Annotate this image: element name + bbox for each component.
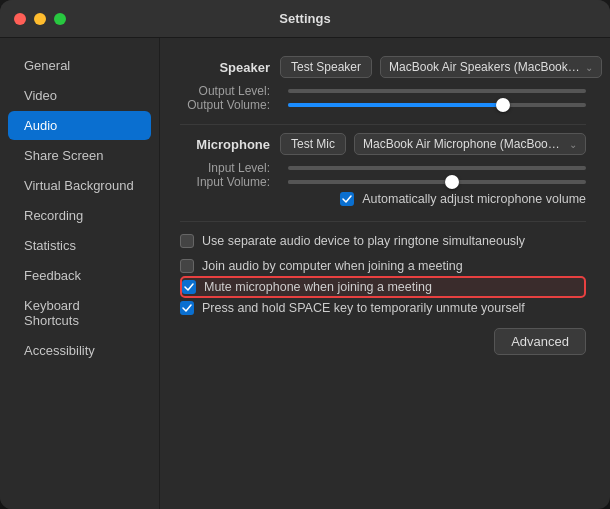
- microphone-controls: Test Mic MacBook Air Microphone (MacBook…: [280, 133, 586, 155]
- press-space-row: Press and hold SPACE key to temporarily …: [180, 301, 586, 315]
- microphone-label: Microphone: [180, 133, 270, 152]
- input-volume-track: [288, 180, 586, 184]
- close-button[interactable]: [14, 13, 26, 25]
- output-level-bar: [288, 89, 586, 93]
- input-volume-thumb[interactable]: [445, 175, 459, 189]
- output-level-label: Output Level:: [180, 84, 270, 98]
- press-space-checkbox[interactable]: [180, 301, 194, 315]
- sidebar-item-audio[interactable]: Audio: [8, 111, 151, 140]
- join-audio-row: Join audio by computer when joining a me…: [180, 259, 586, 273]
- output-volume-slider[interactable]: [288, 103, 586, 107]
- mute-mic-checkbox[interactable]: [182, 280, 196, 294]
- test-mic-button[interactable]: Test Mic: [280, 133, 346, 155]
- window-title: Settings: [279, 11, 330, 26]
- auto-adjust-label: Automatically adjust microphone volume: [362, 192, 586, 206]
- test-speaker-button[interactable]: Test Speaker: [280, 56, 372, 78]
- output-level-row: Output Level:: [180, 84, 586, 98]
- divider-2: [180, 221, 586, 222]
- sidebar-item-video[interactable]: Video: [8, 81, 151, 110]
- full-width-options: Join audio by computer when joining a me…: [180, 256, 586, 318]
- traffic-lights: [14, 13, 66, 25]
- output-level-track: [288, 89, 586, 93]
- microphone-section: Microphone Test Mic MacBook Air Micropho…: [180, 133, 586, 209]
- auto-adjust-row: Automatically adjust microphone volume: [180, 192, 586, 206]
- join-audio-checkbox[interactable]: [180, 259, 194, 273]
- content-area: General Video Audio Share Screen Virtual…: [0, 38, 610, 509]
- maximize-button[interactable]: [54, 13, 66, 25]
- input-volume-label: Input Volume:: [180, 175, 270, 189]
- sidebar-item-feedback[interactable]: Feedback: [8, 261, 151, 290]
- input-volume-row: Input Volume:: [180, 175, 586, 189]
- sidebar-item-statistics[interactable]: Statistics: [8, 231, 151, 260]
- speaker-chevron-icon: ⌄: [585, 62, 593, 73]
- separate-audio-row: Use separate audio device to play ringto…: [180, 234, 586, 248]
- auto-adjust-checkbox[interactable]: [340, 192, 354, 206]
- mute-mic-label: Mute microphone when joining a meeting: [204, 280, 432, 294]
- sidebar-item-general[interactable]: General: [8, 51, 151, 80]
- speaker-device-row-inner: Test Speaker MacBook Air Speakers (MacBo…: [280, 56, 602, 78]
- titlebar: Settings: [0, 0, 610, 38]
- sidebar-item-virtual-background[interactable]: Virtual Background: [8, 171, 151, 200]
- minimize-button[interactable]: [34, 13, 46, 25]
- sidebar: General Video Audio Share Screen Virtual…: [0, 38, 160, 509]
- sidebar-item-recording[interactable]: Recording: [8, 201, 151, 230]
- sidebar-item-share-screen[interactable]: Share Screen: [8, 141, 151, 170]
- sidebar-item-keyboard-shortcuts[interactable]: Keyboard Shortcuts: [8, 291, 151, 335]
- output-volume-fill: [288, 103, 503, 107]
- sidebar-item-accessibility[interactable]: Accessibility: [8, 336, 151, 365]
- mic-device-row-inner: Test Mic MacBook Air Microphone (MacBook…: [280, 133, 586, 155]
- microphone-device-row: Microphone Test Mic MacBook Air Micropho…: [180, 133, 586, 155]
- input-level-track: [288, 166, 586, 170]
- output-volume-track: [288, 103, 586, 107]
- speaker-device-name: MacBook Air Speakers (MacBook Air S...: [389, 60, 581, 74]
- speaker-device-select[interactable]: MacBook Air Speakers (MacBook Air S... ⌄: [380, 56, 602, 78]
- press-space-label: Press and hold SPACE key to temporarily …: [202, 301, 525, 315]
- mute-mic-row: Mute microphone when joining a meeting: [180, 276, 586, 298]
- output-volume-label: Output Volume:: [180, 98, 270, 112]
- main-panel: Speaker Test Speaker MacBook Air Speaker…: [160, 38, 610, 509]
- mic-device-select[interactable]: MacBook Air Microphone (MacBook Air... ⌄: [354, 133, 586, 155]
- mic-device-name: MacBook Air Microphone (MacBook Air...: [363, 137, 565, 151]
- speaker-section: Speaker Test Speaker MacBook Air Speaker…: [180, 56, 586, 112]
- speaker-device-row: Speaker Test Speaker MacBook Air Speaker…: [180, 56, 586, 78]
- speaker-label: Speaker: [180, 56, 270, 75]
- speaker-controls: Test Speaker MacBook Air Speakers (MacBo…: [280, 56, 602, 78]
- output-volume-row: Output Volume:: [180, 98, 586, 112]
- settings-window: Settings General Video Audio Share Scree…: [0, 0, 610, 509]
- output-volume-thumb[interactable]: [496, 98, 510, 112]
- bottom-row: Advanced: [180, 328, 586, 355]
- divider-1: [180, 124, 586, 125]
- input-volume-fill: [288, 180, 452, 184]
- input-volume-slider[interactable]: [288, 180, 586, 184]
- input-level-bar: [288, 166, 586, 170]
- mic-chevron-icon: ⌄: [569, 139, 577, 150]
- separate-audio-label: Use separate audio device to play ringto…: [202, 234, 525, 248]
- join-audio-label: Join audio by computer when joining a me…: [202, 259, 463, 273]
- separate-audio-checkbox[interactable]: [180, 234, 194, 248]
- input-level-row: Input Level:: [180, 161, 586, 175]
- input-level-label: Input Level:: [180, 161, 270, 175]
- advanced-button[interactable]: Advanced: [494, 328, 586, 355]
